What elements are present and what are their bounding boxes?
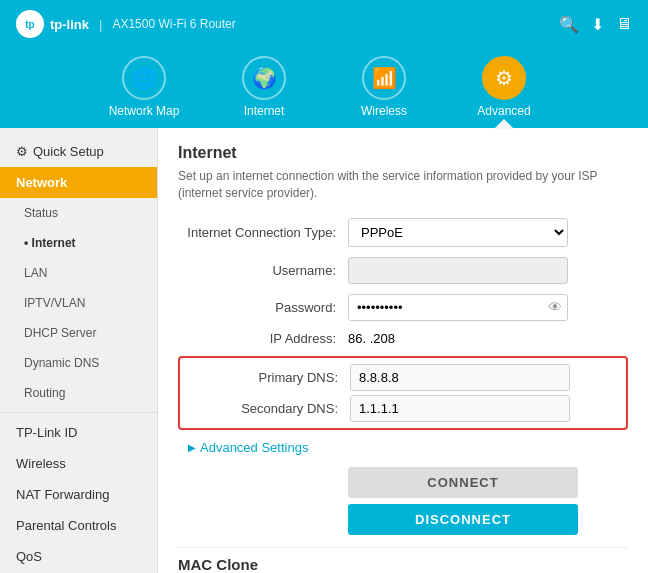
connection-type-control: PPPoE [348,218,568,247]
sidebar-divider-1 [0,412,157,413]
sidebar-item-qos[interactable]: QoS [0,541,157,572]
sidebar-item-quick-setup[interactable]: ⚙ Quick Setup [0,136,157,167]
password-control: 👁 [348,294,568,321]
ip-address-label: IP Address: [178,331,348,346]
nav-network-map[interactable]: 🌐 Network Map [104,56,184,128]
header-actions: 🔍 ⬇ 🖥 [559,15,632,34]
search-icon[interactable]: 🔍 [559,15,579,34]
sidebar-item-parental[interactable]: Parental Controls [0,510,157,541]
sidebar-item-iptv[interactable]: IPTV/VLAN [0,288,157,318]
ip-address-row: IP Address: 86. .208 [178,331,628,346]
secondary-dns-control [350,395,570,422]
password-input[interactable] [348,294,568,321]
username-label: Username: [178,263,348,278]
sidebar-item-wireless[interactable]: Wireless [0,448,157,479]
main-layout: ⚙ Quick Setup Network Status Internet LA… [0,128,648,573]
sidebar-item-status[interactable]: Status [0,198,157,228]
monitor-icon[interactable]: 🖥 [616,15,632,34]
connection-type-row: Internet Connection Type: PPPoE [178,218,628,247]
secondary-dns-row: Secondary DNS: [180,395,626,422]
sidebar-item-network[interactable]: Network [0,167,157,198]
nav-advanced[interactable]: ⚙ Advanced [464,56,544,128]
main-content: Internet Set up an internet connection w… [158,128,648,573]
nav-advanced-label: Advanced [477,104,530,118]
page-description: Set up an internet connection with the s… [178,168,628,202]
ip-address-text: 86. .208 [348,331,395,346]
advanced-settings-link[interactable]: Advanced Settings [188,440,628,455]
sidebar-item-nat[interactable]: NAT Forwarding [0,479,157,510]
disconnect-button[interactable]: DISCONNECT [348,504,578,535]
sidebar-item-tp-link-id[interactable]: TP-Link ID [0,417,157,448]
ip-address-value: 86. .208 [348,331,568,346]
nav-network-map-icon: 🌐 [122,56,166,100]
username-control [348,257,568,284]
gear-icon: ⚙ [16,144,28,159]
nav-internet[interactable]: 🌍 Internet [224,56,304,128]
primary-dns-control [350,364,570,391]
advanced-settings-label: Advanced Settings [200,440,308,455]
sidebar-item-dynamic-dns[interactable]: Dynamic DNS [0,348,157,378]
password-toggle-icon[interactable]: 👁 [548,299,562,315]
header: tp tp-link | AX1500 Wi-Fi 6 Router 🔍 ⬇ 🖥 [0,0,648,48]
sidebar-item-dhcp[interactable]: DHCP Server [0,318,157,348]
primary-dns-label: Primary DNS: [180,370,350,385]
download-icon[interactable]: ⬇ [591,15,604,34]
nav-wireless[interactable]: 📶 Wireless [344,56,424,128]
connection-type-label: Internet Connection Type: [178,225,348,240]
nav-wireless-label: Wireless [361,104,407,118]
connect-button[interactable]: CONNECT [348,467,578,498]
dns-highlighted-box: Primary DNS: Secondary DNS: [178,356,628,430]
main-nav: 🌐 Network Map 🌍 Internet 📶 Wireless ⚙ Ad… [0,48,648,128]
secondary-dns-input[interactable] [350,395,570,422]
username-row: Username: [178,257,628,284]
nav-wireless-icon: 📶 [362,56,406,100]
password-label: Password: [178,300,348,315]
password-row: Password: 👁 [178,294,628,321]
sidebar-item-lan[interactable]: LAN [0,258,157,288]
header-divider: | [99,17,102,32]
nav-network-map-label: Network Map [109,104,180,118]
brand-name: tp-link [50,17,89,32]
sidebar: ⚙ Quick Setup Network Status Internet LA… [0,128,158,573]
nav-internet-icon: 🌍 [242,56,286,100]
sidebar-item-routing[interactable]: Routing [0,378,157,408]
action-buttons: CONNECT DISCONNECT [178,467,628,535]
sidebar-item-internet[interactable]: Internet [0,228,157,258]
secondary-dns-label: Secondary DNS: [180,401,350,416]
router-model: AX1500 Wi-Fi 6 Router [112,17,235,31]
nav-internet-label: Internet [244,104,285,118]
logo-icon: tp [16,10,44,38]
page-title: Internet [178,144,628,162]
connection-type-select[interactable]: PPPoE [348,218,568,247]
mac-clone-title: MAC Clone [178,547,628,573]
username-input[interactable] [348,257,568,284]
logo: tp tp-link [16,10,89,38]
nav-advanced-icon: ⚙ [482,56,526,100]
primary-dns-row: Primary DNS: [180,364,626,391]
primary-dns-input[interactable] [350,364,570,391]
